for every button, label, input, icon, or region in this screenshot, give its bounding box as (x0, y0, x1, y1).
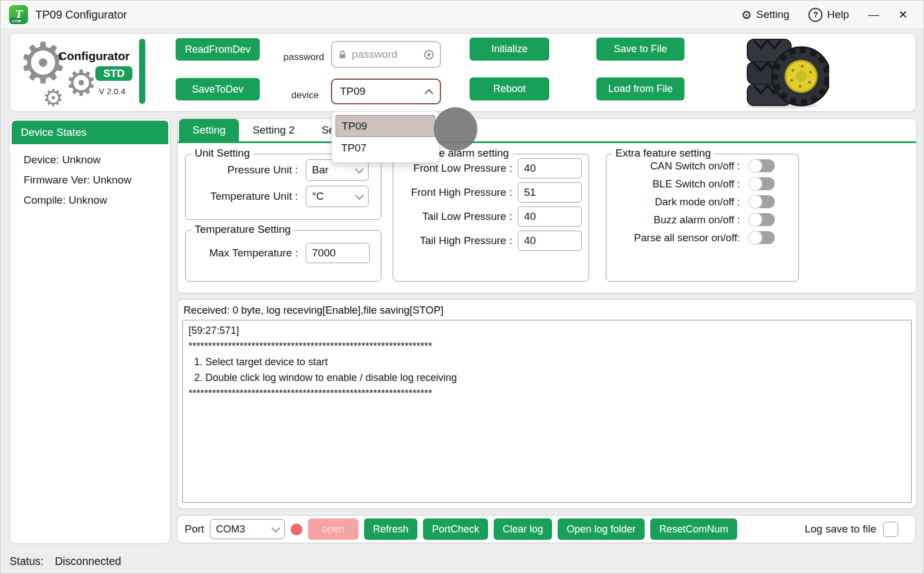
device-states-panel: Device States Device: Unknow Firmware Ve… (10, 118, 171, 544)
refresh-button[interactable]: Refresh (364, 518, 417, 540)
open-log-folder-button[interactable]: Open log folder (558, 518, 645, 540)
chevron-down-icon (355, 191, 364, 200)
port-bar: Port COM3 open Refresh PortCheck Clear l… (177, 515, 916, 543)
version-label: V 2.0.4 (99, 86, 126, 96)
device-option-tp09[interactable]: TP09 (335, 115, 435, 137)
status-bar: Status: Disconnected (10, 555, 121, 568)
max-temperature-input[interactable]: 7000 (306, 243, 370, 263)
save-to-file-button[interactable]: Save to File (596, 38, 684, 61)
titlebar-setting-button[interactable]: ⚙ Setting (741, 8, 789, 21)
tail-high-pressure-label: Tail High Pressure : (393, 235, 512, 247)
ble-switch-label: BLE Switch on/off : (606, 178, 740, 190)
port-select-value: COM3 (216, 524, 273, 535)
tab-setting-2[interactable]: Setting 2 (239, 119, 308, 141)
help-icon: ? (808, 8, 822, 22)
app-logo-icon: T COM (8, 4, 29, 25)
port-label: Port (185, 523, 204, 535)
touch-cursor-indicator (434, 107, 477, 151)
unit-setting-group: Unit Setting Pressure Unit : Bar Tempera… (185, 154, 381, 220)
status-value: Disconnected (55, 555, 121, 568)
device-state-row: Firmware Ver: Unknow (10, 166, 170, 186)
device-states-header: Device States (12, 121, 168, 144)
eye-visibility-icon[interactable] (424, 49, 434, 60)
log-status-header: Received: 0 byte, log receving[Enable],f… (183, 304, 443, 316)
device-state-row: Compile: Unknow (10, 186, 170, 206)
device-dropdown-value: TP09 (340, 85, 426, 98)
toolbar-panel: ⚙⚙⚙ Configurator STD V 2.0.4 ReadFromDev… (10, 33, 916, 112)
log-line: [59:27:571] (189, 325, 239, 336)
log-line: ****************************************… (189, 388, 432, 399)
initialize-button[interactable]: Initialize (470, 38, 549, 61)
temperature-unit-value: °C (312, 190, 356, 203)
password-label: password (283, 52, 324, 63)
port-select[interactable]: COM3 (210, 519, 285, 539)
svg-text:COM: COM (12, 19, 22, 24)
std-badge: STD (95, 66, 132, 81)
log-save-to-file-label: Log save to file (805, 523, 876, 535)
tail-high-pressure-input[interactable]: 40 (518, 231, 582, 251)
log-panel: Received: 0 byte, log receving[Enable],f… (177, 299, 917, 509)
load-from-file-button[interactable]: Load from File (596, 77, 684, 100)
password-input[interactable]: password (331, 41, 441, 68)
temperature-setting-title: Temperature Setting (191, 223, 294, 236)
open-port-button[interactable]: open (308, 518, 358, 540)
max-temperature-label: Max Temperature : (186, 247, 298, 259)
ble-switch-toggle[interactable] (749, 177, 775, 190)
tab-setting[interactable]: Setting (179, 119, 239, 141)
close-button[interactable]: ✕ (898, 8, 908, 21)
can-switch-toggle[interactable] (749, 159, 775, 172)
reset-com-num-button[interactable]: ResetComNum (650, 518, 737, 540)
pressure-unit-label: Pressure Unit : (186, 164, 298, 176)
front-high-pressure-label: Front High Pressure : (393, 186, 512, 199)
log-save-to-file-checkbox[interactable] (883, 522, 898, 537)
temperature-unit-label: Temperature Unit : (186, 190, 298, 203)
device-dropdown-popup: TP09 TP07 (332, 111, 439, 163)
parse-all-sensor-toggle[interactable] (749, 231, 775, 244)
connection-status-dot (291, 524, 302, 535)
divider (139, 39, 145, 104)
log-line: 1. Select target device to start (189, 356, 328, 368)
chevron-up-icon (425, 89, 434, 98)
read-from-dev-button[interactable]: ReadFromDev (176, 38, 260, 61)
brand-name: Configurator (58, 49, 130, 63)
front-low-pressure-input[interactable]: 40 (518, 158, 582, 178)
tail-low-pressure-label: Tail Low Pressure : (393, 210, 512, 223)
reboot-button[interactable]: Reboot (470, 77, 549, 100)
temperature-unit-select[interactable]: °C (306, 186, 369, 207)
extra-feature-group: Extra feature setting CAN Switch on/off … (606, 154, 799, 282)
gears-logo-icon: ⚙⚙⚙ (13, 34, 98, 111)
clear-log-button[interactable]: Clear log (494, 518, 552, 540)
minimize-button[interactable]: — (868, 8, 879, 21)
extra-feature-title: Extra feature setting (612, 147, 714, 159)
titlebar-setting-label: Setting (756, 8, 789, 21)
window-title: TP09 Configurator (35, 8, 127, 21)
temperature-setting-group: Temperature Setting Max Temperature : 70… (185, 230, 381, 282)
front-low-pressure-label: Front Low Pressure : (393, 162, 512, 175)
log-line: 2. Double click log window to enable / d… (189, 372, 457, 383)
app-window: T COM TP09 Configurator ⚙ Setting ? Help… (0, 0, 924, 574)
titlebar-help-button[interactable]: ? Help (808, 8, 849, 22)
parse-all-sensor-label: Parse all sensor on/off: (606, 232, 740, 244)
save-to-dev-button[interactable]: SaveToDev (176, 78, 260, 100)
chevron-down-icon (272, 524, 281, 532)
pressure-alarm-group: Pressure alarm setting Front Low Pressur… (393, 154, 589, 282)
titlebar-help-label: Help (827, 8, 849, 21)
device-state-row: Device: Unknow (10, 146, 170, 166)
device-dropdown[interactable]: TP09 (331, 79, 441, 104)
can-switch-label: CAN Switch on/off : (606, 160, 740, 172)
dark-mode-toggle[interactable] (749, 195, 775, 208)
device-label: device (291, 90, 319, 101)
port-check-button[interactable]: PortCheck (423, 518, 488, 540)
password-placeholder: password (352, 48, 419, 61)
buzz-alarm-toggle[interactable] (749, 213, 775, 226)
dark-mode-label: Dark mode on/off : (606, 196, 740, 208)
title-bar: T COM TP09 Configurator ⚙ Setting ? Help… (1, 1, 923, 29)
log-window[interactable]: [59:27:571] ****************************… (182, 320, 912, 503)
gear-icon: ⚙ (741, 9, 752, 21)
front-high-pressure-input[interactable]: 51 (518, 182, 582, 203)
device-option-tp07[interactable]: TP07 (335, 137, 435, 159)
status-label: Status: (10, 555, 44, 568)
tail-low-pressure-input[interactable]: 40 (518, 206, 582, 227)
unit-setting-title: Unit Setting (191, 147, 253, 159)
settings-panel: Setting Setting 2 Sensor Unit Setting Pr… (177, 118, 917, 293)
